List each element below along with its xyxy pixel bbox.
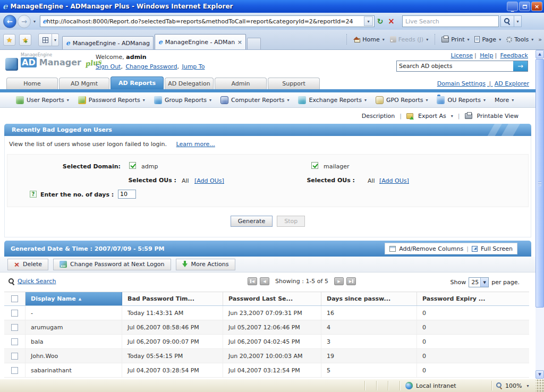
table-row: sabarinathant Jul 04,2007 03:28:54 PM Ju… bbox=[4, 363, 529, 378]
menu-computer-reports[interactable]: Computer Reports▾ bbox=[220, 96, 289, 104]
add-ous-link[interactable]: [Add OUs] bbox=[194, 177, 224, 184]
search-go-button[interactable]: → bbox=[513, 61, 528, 71]
row-checkbox[interactable] bbox=[11, 310, 18, 317]
browser-tab-2-active[interactable]: e ManageEngine - ADMana... × bbox=[155, 34, 246, 49]
favorites-button[interactable]: ★ bbox=[3, 34, 15, 46]
export-as-button[interactable]: Export As bbox=[418, 113, 446, 120]
prev-page-button[interactable]: ◀ bbox=[260, 277, 269, 285]
live-search-input[interactable] bbox=[402, 15, 499, 27]
scrollbar-thumb[interactable] bbox=[536, 59, 544, 308]
history-dropdown-icon[interactable]: ▾ bbox=[33, 19, 36, 24]
browser-tab-label[interactable]: ManageEngine - ADMana... bbox=[165, 39, 235, 46]
row-checkbox[interactable] bbox=[11, 353, 18, 360]
close-button[interactable]: × bbox=[531, 2, 542, 11]
next-page-button[interactable]: ▶ bbox=[334, 277, 344, 285]
tab-ad-mgmt[interactable]: AD Mgmt bbox=[59, 78, 109, 89]
scroll-down-icon[interactable]: ▼ bbox=[536, 370, 544, 379]
days-input[interactable] bbox=[118, 190, 136, 199]
refresh-button[interactable]: ↻ bbox=[375, 16, 386, 27]
menu-more[interactable]: More▾ bbox=[495, 97, 514, 104]
vertical-scrollbar[interactable]: ▲ ▼ bbox=[536, 50, 544, 379]
print-button[interactable]: Print ▾ bbox=[439, 33, 472, 46]
last-page-button[interactable]: ▶ bbox=[346, 277, 356, 285]
domain-checkbox-mailager[interactable] bbox=[311, 162, 318, 169]
chevron-down-icon[interactable]: ▾ bbox=[467, 37, 469, 42]
chevron-down-icon[interactable]: ▼ bbox=[480, 278, 488, 287]
domain-settings-link[interactable]: Domain Settings bbox=[437, 80, 495, 87]
ad-explorer-link[interactable]: AD Explorer bbox=[495, 80, 529, 87]
search-options-icon[interactable]: ▾ bbox=[514, 15, 522, 27]
tab-support[interactable]: Support bbox=[268, 78, 320, 89]
change-password-link[interactable]: Change Password bbox=[125, 63, 180, 70]
add-ous-link[interactable]: [Add OUs] bbox=[379, 177, 409, 184]
select-all-checkbox[interactable] bbox=[11, 295, 18, 302]
jump-to-link[interactable]: Jump To bbox=[182, 63, 205, 70]
quick-search-link[interactable]: Quick Search bbox=[8, 278, 56, 285]
menu-ou-reports[interactable]: OU Reports▾ bbox=[437, 96, 485, 104]
tab-home[interactable]: Home bbox=[6, 78, 58, 89]
description-link[interactable]: Description bbox=[362, 113, 395, 120]
menu-group-reports[interactable]: Group Reports▾ bbox=[154, 96, 211, 104]
full-screen-button[interactable]: Full Screen bbox=[481, 245, 513, 252]
domain-checkbox-admp[interactable] bbox=[129, 162, 136, 169]
back-button[interactable]: ← bbox=[3, 15, 16, 28]
chevron-down-icon[interactable]: ▾ bbox=[451, 114, 453, 118]
address-dropdown-icon[interactable]: ▾ bbox=[364, 16, 373, 26]
first-page-button[interactable]: ◀ bbox=[248, 277, 257, 285]
row-checkbox[interactable] bbox=[11, 338, 18, 345]
help-link[interactable]: Help bbox=[480, 52, 498, 59]
column-display-name[interactable]: Display Name▲ bbox=[26, 292, 122, 305]
add-favorite-button[interactable]: ★ bbox=[19, 34, 31, 46]
browser-tab-label[interactable]: ManageEngine - ADManager ... bbox=[73, 40, 150, 47]
tab-list-dropdown-icon[interactable]: ▾ bbox=[52, 33, 59, 46]
page-size-select[interactable]: 25 ▼ bbox=[469, 277, 489, 287]
scroll-up-icon[interactable]: ▲ bbox=[536, 50, 544, 58]
tab-close-icon[interactable]: × bbox=[237, 39, 242, 46]
learn-more-link[interactable]: Learn more... bbox=[176, 141, 215, 148]
tab-ad-reports[interactable]: AD Reports bbox=[110, 76, 164, 89]
new-tab-stub[interactable] bbox=[247, 38, 261, 49]
column-password-last-set[interactable]: Password Last Se... bbox=[223, 292, 321, 305]
printable-view-button[interactable]: Printable View bbox=[477, 113, 518, 120]
feedback-link[interactable]: Feedback bbox=[500, 52, 528, 59]
page-button[interactable]: Page ▾ bbox=[472, 33, 504, 46]
menu-exchange-reports[interactable]: Exchange Reports▾ bbox=[298, 96, 366, 104]
menu-gpo-reports[interactable]: GPO Reports▾ bbox=[376, 96, 428, 104]
chevron-down-icon[interactable]: ▾ bbox=[531, 37, 533, 42]
restore-button[interactable] bbox=[519, 2, 530, 11]
toolbar-overflow-icon[interactable]: » bbox=[538, 36, 542, 43]
address-url[interactable]: http://localhost:8000/Report.do?selected… bbox=[47, 18, 364, 25]
generate-button[interactable]: Generate bbox=[231, 216, 273, 227]
tab-admin[interactable]: Admin bbox=[215, 78, 267, 89]
row-checkbox[interactable] bbox=[11, 367, 18, 374]
chevron-down-icon[interactable]: ▾ bbox=[526, 384, 529, 388]
column-password-expiry[interactable]: Password Expiry ... bbox=[417, 292, 529, 305]
resize-grip[interactable] bbox=[536, 379, 544, 392]
minimize-button[interactable]: _ bbox=[507, 2, 518, 11]
chevron-down-icon[interactable]: ▾ bbox=[382, 37, 385, 42]
more-actions-button[interactable]: More Actions bbox=[176, 259, 235, 270]
column-bad-password-time[interactable]: Bad Password Tim... bbox=[122, 292, 223, 305]
license-link[interactable]: License bbox=[451, 52, 478, 59]
search-button[interactable] bbox=[500, 15, 514, 27]
feeds-button[interactable]: Feeds (J) ▾ bbox=[387, 33, 431, 46]
tab-ad-delegation[interactable]: AD Delegation bbox=[165, 78, 214, 89]
zoom-pane[interactable]: 100% ▾ bbox=[491, 381, 536, 390]
delete-button[interactable]: × Delete bbox=[7, 259, 48, 270]
row-checkbox[interactable] bbox=[11, 324, 18, 331]
menu-password-reports[interactable]: Password Reports▾ bbox=[78, 96, 145, 104]
add-remove-columns-button[interactable]: Add/Remove Columns bbox=[399, 245, 463, 252]
column-days-since-password[interactable]: Days since passw... bbox=[321, 292, 417, 305]
tools-button[interactable]: Tools ▾ bbox=[504, 33, 536, 46]
address-field[interactable]: e http://localhost:8000/Report.do?select… bbox=[40, 15, 375, 27]
stop-button[interactable]: × bbox=[386, 16, 397, 27]
search-ad-objects-input[interactable] bbox=[397, 61, 513, 71]
menu-user-reports[interactable]: User Reports▾ bbox=[16, 96, 69, 104]
browser-tab-1[interactable]: e ManageEngine - ADManager ... bbox=[62, 36, 154, 49]
home-button[interactable]: Home ▾ bbox=[351, 33, 387, 46]
sign-out-link[interactable]: Sign Out bbox=[96, 63, 124, 70]
forward-button[interactable]: → bbox=[18, 15, 31, 28]
quick-tabs-button[interactable] bbox=[38, 33, 52, 46]
change-password-next-logon-button[interactable]: Change Password at Next Logon bbox=[53, 259, 171, 270]
chevron-down-icon[interactable]: ▾ bbox=[499, 37, 501, 42]
